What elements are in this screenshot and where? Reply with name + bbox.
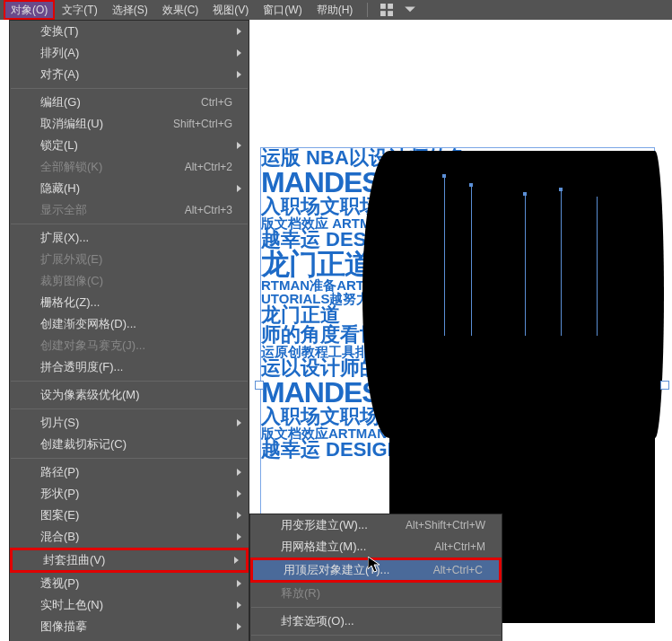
mi-blend[interactable]: 混合(B): [10, 526, 249, 548]
chevron-right-icon: [237, 28, 241, 35]
mi-ungroup[interactable]: 取消编组(U)Shift+Ctrl+G: [10, 113, 249, 135]
menu-separator: [11, 381, 248, 382]
menu-type[interactable]: 文字(T): [55, 0, 104, 20]
mi-pixperf[interactable]: 设为像素级优化(M): [10, 384, 249, 406]
mi-arrange[interactable]: 排列(A): [10, 42, 249, 64]
object-menu: 变换(T) 排列(A) 对齐(A) 编组(G)Ctrl+G 取消编组(U)Shi…: [9, 20, 249, 641]
menu-separator: [11, 458, 248, 459]
mi-imgtrace[interactable]: 图像描摹: [10, 616, 249, 637]
menu-window[interactable]: 窗口(W): [256, 0, 309, 20]
chevron-right-icon: [237, 49, 241, 57]
smi-warp[interactable]: 用变形建立(W)...Alt+Shift+Ctrl+W: [250, 514, 502, 536]
mi-showall: 显示全部Alt+Ctrl+3: [10, 199, 249, 221]
mi-transform[interactable]: 变换(T): [10, 21, 249, 42]
chevron-right-icon: [237, 419, 241, 426]
menu-help[interactable]: 帮助(H): [310, 0, 361, 20]
smi-options[interactable]: 封套选项(O)...: [250, 610, 502, 632]
mi-lock[interactable]: 锁定(L): [10, 135, 249, 156]
mi-expandapp: 扩展外观(E): [10, 249, 249, 270]
svg-rect-2: [380, 11, 386, 16]
svg-rect-0: [380, 4, 386, 9]
menubar: 对象(O) 文字(T) 选择(S) 效果(C) 视图(V) 窗口(W) 帮助(H…: [0, 0, 672, 20]
mi-expand[interactable]: 扩展(X)...: [10, 227, 249, 249]
mi-unlockall: 全部解锁(K)Alt+Ctrl+2: [10, 156, 249, 178]
mi-mosaic: 创建对象马赛克(J)...: [10, 335, 249, 356]
menu-separator: [11, 224, 248, 224]
mi-shape[interactable]: 形状(P): [10, 483, 249, 505]
anchor-guides: [417, 174, 641, 354]
menu-object[interactable]: 对象(O): [4, 0, 55, 20]
mi-textwarp[interactable]: 文本绕排(W): [10, 637, 249, 641]
mi-perspective[interactable]: 透视(P): [10, 573, 249, 594]
mi-trimmarks[interactable]: 创建裁切标记(C): [10, 434, 249, 455]
smi-mesh[interactable]: 用网格建立(M)...Alt+Ctrl+M: [250, 536, 502, 558]
mi-hide[interactable]: 隐藏(H): [10, 178, 249, 199]
mi-meshgrad[interactable]: 创建渐变网格(D)...: [10, 313, 249, 335]
toolbar-separator: [367, 3, 368, 17]
menu-select[interactable]: 选择(S): [105, 0, 155, 20]
mi-pattern[interactable]: 图案(E): [10, 505, 249, 526]
cursor-icon: [368, 557, 382, 578]
mi-group[interactable]: 编组(G)Ctrl+G: [10, 92, 249, 113]
menu-separator: [11, 88, 248, 89]
chevron-right-icon: [234, 557, 239, 564]
mi-livepaint[interactable]: 实时上色(N): [10, 594, 249, 616]
chevron-right-icon: [237, 71, 241, 78]
mi-path[interactable]: 路径(P): [10, 461, 249, 483]
svg-rect-1: [388, 4, 393, 9]
chevron-right-icon: [237, 490, 241, 497]
grid-icon[interactable]: [379, 2, 395, 18]
chevron-right-icon: [237, 142, 241, 149]
menu-separator: [251, 607, 501, 608]
menu-view[interactable]: 视图(V): [205, 0, 256, 20]
chevron-right-icon: [237, 185, 241, 192]
menu-separator: [251, 635, 501, 636]
svg-rect-3: [388, 11, 393, 16]
smi-release: 释放(R): [250, 583, 502, 604]
menu-separator: [11, 408, 248, 409]
chevron-right-icon: [237, 601, 241, 609]
mi-raster[interactable]: 栅格化(Z)...: [10, 292, 249, 313]
selection-handle[interactable]: [660, 381, 669, 390]
mi-flatten[interactable]: 拼合透明度(F)...: [10, 356, 249, 378]
chevron-right-icon: [237, 623, 241, 630]
menu-effect[interactable]: 效果(C): [155, 0, 206, 20]
chevron-right-icon: [237, 580, 241, 587]
mi-crop: 裁剪图像(C): [10, 270, 249, 292]
mi-align[interactable]: 对齐(A): [10, 64, 249, 85]
chevron-right-icon: [237, 533, 241, 540]
chevron-right-icon: [237, 512, 241, 519]
mi-slice[interactable]: 切片(S): [10, 412, 249, 434]
chevron-right-icon: [237, 469, 241, 476]
mi-envelope[interactable]: 封套扭曲(V): [10, 548, 249, 573]
chevron-down-icon[interactable]: [402, 2, 418, 18]
selection-handle[interactable]: [255, 381, 264, 390]
